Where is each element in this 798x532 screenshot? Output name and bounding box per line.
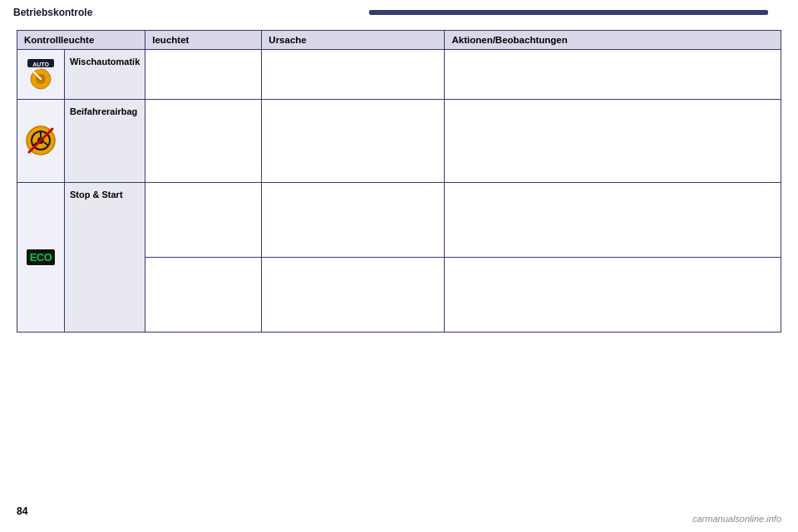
wiper-aktionen-cell: [445, 50, 781, 100]
page-title: Betriebskontrole: [13, 7, 92, 18]
svg-text:AUTO: AUTO: [32, 62, 49, 67]
page-header: Betriebskontrole: [0, 0, 798, 22]
airbag-label-cell: Beifahrerairbag: [65, 100, 145, 183]
col-header-ursache: Ursache: [262, 31, 445, 50]
airbag-aktionen-cell: [445, 100, 781, 183]
stop-start-aktionen-cell-1: [445, 183, 781, 258]
stop-start-icon-cell: ECO: [17, 183, 65, 332]
page-number: 84: [17, 505, 27, 517]
col-header-kontrollleuchte: Kontrollleuchte: [17, 31, 145, 50]
airbag-icon-cell: [17, 100, 65, 183]
airbag-icon: [24, 124, 57, 157]
table-row: ECO Stop & Start: [17, 183, 781, 258]
stop-start-aktionen-cell-2: [445, 258, 781, 332]
airbag-label: Beifahrerairbag: [70, 106, 137, 116]
table-row: Beifahrerairbag: [17, 100, 781, 183]
table-row: AUTO Wischautomatik: [17, 50, 781, 100]
stop-start-label: Stop & Start: [70, 190, 123, 200]
wiper-icon-cell: AUTO: [17, 50, 65, 100]
wiper-leuchtet-cell: [145, 50, 262, 100]
watermark: carmanualsonline.info: [692, 514, 781, 524]
auto-wiper-icon: AUTO: [24, 57, 57, 91]
wiper-label: Wischautomatik: [70, 57, 140, 66]
stop-start-ursache-cell-1: [262, 183, 445, 258]
col-header-aktionen: Aktionen/Beobachtungen: [445, 31, 781, 50]
col-header-leuchtet: leuchtet: [145, 31, 262, 50]
airbag-leuchtet-cell: [145, 100, 262, 183]
header-bar: [369, 10, 768, 15]
stop-start-leuchtet-cell-1: [145, 183, 262, 258]
wiper-label-cell: Wischautomatik: [65, 50, 145, 100]
stop-start-label-cell: Stop & Start: [65, 183, 145, 332]
airbag-ursache-cell: [262, 100, 445, 183]
stop-start-leuchtet-cell-2: [145, 258, 262, 332]
wiper-ursache-cell: [262, 50, 445, 100]
main-content: Kontrollleuchte leuchtet Ursache Aktione…: [0, 22, 798, 341]
stop-start-ursache-cell-2: [262, 258, 445, 332]
controls-table: Kontrollleuchte leuchtet Ursache Aktione…: [17, 30, 781, 332]
table-header-row: Kontrollleuchte leuchtet Ursache Aktione…: [17, 31, 781, 50]
eco-icon: ECO: [27, 249, 56, 265]
